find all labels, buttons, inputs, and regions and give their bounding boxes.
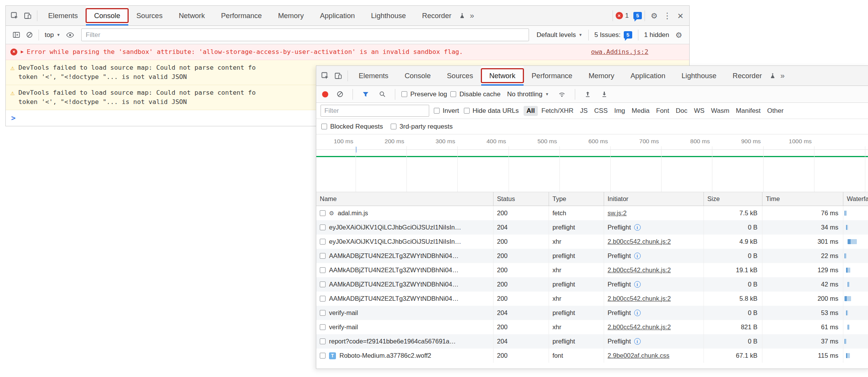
tab-recorder[interactable]: Recorder (414, 6, 460, 25)
settings-gear-icon[interactable]: ⚙ (648, 9, 661, 23)
preflight-info-icon[interactable]: i (634, 253, 641, 259)
blocked-requests-checkbox[interactable] (321, 124, 327, 129)
more-tabs-button[interactable]: » (465, 11, 479, 20)
column-header-waterfall[interactable]: Waterfall (843, 192, 868, 206)
tab-performance[interactable]: Performance (213, 6, 270, 25)
column-header-initiator[interactable]: Initiator (604, 192, 704, 206)
tab-memory[interactable]: Memory (270, 6, 312, 25)
table-row[interactable]: report?code=f29141bbe6e1964ca567691a…204… (316, 334, 868, 349)
hide-data-urls-checkbox[interactable] (464, 108, 470, 114)
console-sidebar-icon[interactable] (10, 28, 23, 42)
import-har-icon[interactable] (581, 87, 594, 101)
log-levels-dropdown[interactable]: Default levels ▼ (534, 31, 586, 39)
table-row[interactable]: AAMkADBjZTU4N2E2LTg3ZWYtNDBhNi04…200xhr2… (316, 263, 868, 277)
row-checkbox[interactable] (320, 338, 326, 344)
preflight-info-icon[interactable]: i (634, 338, 641, 345)
preserve-log-toggle[interactable]: Preserve log (401, 90, 447, 98)
clear-network-log-icon[interactable] (333, 87, 346, 101)
column-header-time[interactable]: Time (762, 192, 843, 206)
tab-console[interactable]: Console (396, 66, 439, 85)
more-tabs-button[interactable]: » (776, 71, 789, 80)
filter-type-font[interactable]: Font (653, 106, 672, 116)
tab-network[interactable]: Network (171, 6, 213, 25)
inspect-element-icon[interactable] (8, 9, 21, 23)
preserve-log-checkbox[interactable] (401, 91, 407, 97)
filter-type-fetch-xhr[interactable]: Fetch/XHR (538, 106, 576, 116)
filter-type-all[interactable]: All (524, 106, 538, 116)
clear-console-icon[interactable] (23, 28, 36, 42)
live-expression-eye-icon[interactable] (64, 28, 77, 42)
tab-elements[interactable]: Elements (40, 6, 86, 25)
filter-type-other[interactable]: Other (764, 106, 787, 116)
row-checkbox[interactable] (320, 310, 326, 316)
filter-type-manifest[interactable]: Manifest (733, 106, 764, 116)
row-checkbox[interactable] (320, 210, 326, 216)
filter-type-media[interactable]: Media (629, 106, 653, 116)
throttling-dropdown[interactable]: No throttling ▼ (504, 90, 552, 98)
table-row[interactable]: AAMkADBjZTU4N2E2LTg3ZWYtNDBhNi04…200pref… (316, 249, 868, 263)
row-checkbox[interactable] (320, 353, 326, 359)
tab-lighthouse[interactable]: Lighthouse (363, 6, 414, 25)
tab-sources[interactable]: Sources (439, 66, 481, 85)
tab-console[interactable]: Console (86, 6, 128, 25)
issues-counter[interactable]: 5 Issues: 5 (591, 31, 635, 39)
tab-elements[interactable]: Elements (351, 66, 396, 85)
network-filter-input[interactable] (321, 105, 429, 117)
row-checkbox[interactable] (320, 225, 326, 230)
column-header-name[interactable]: Name (316, 192, 494, 206)
network-conditions-icon[interactable] (556, 87, 569, 101)
invert-toggle[interactable]: Invert (434, 107, 459, 115)
preflight-info-icon[interactable]: i (634, 310, 641, 316)
row-checkbox[interactable] (320, 267, 326, 273)
tab-application[interactable]: Application (622, 66, 673, 85)
filter-type-ws[interactable]: WS (691, 106, 707, 116)
network-timeline-overview[interactable]: 100 ms200 ms300 ms400 ms500 ms600 ms700 … (316, 134, 868, 192)
console-settings-gear-icon[interactable]: ⚙ (672, 28, 685, 42)
close-devtools-icon[interactable]: × (674, 9, 687, 23)
row-checkbox[interactable] (320, 324, 326, 330)
initiator-link[interactable]: 2.b00cc542.chunk.js:2 (608, 295, 671, 302)
initiator-link[interactable]: 2.b00cc542.chunk.js:2 (608, 238, 671, 245)
invert-checkbox[interactable] (434, 108, 440, 114)
third-party-requests-checkbox[interactable] (391, 124, 396, 129)
column-header-status[interactable]: Status (494, 192, 549, 206)
row-checkbox[interactable] (320, 281, 326, 287)
filter-type-wasm[interactable]: Wasm (708, 106, 733, 116)
inspect-element-icon[interactable] (319, 69, 332, 83)
issues-bubble-icon[interactable]: 5 (633, 12, 642, 19)
initiator-link[interactable]: sw.js:2 (608, 209, 627, 217)
filter-funnel-icon[interactable] (359, 87, 372, 101)
filter-type-img[interactable]: Img (611, 106, 628, 116)
export-har-icon[interactable] (598, 87, 611, 101)
table-row[interactable]: TRoboto-Medium.a37786c2.woff2200font2.9b… (316, 349, 868, 363)
hide-data-urls-toggle[interactable]: Hide data URLs (464, 107, 519, 115)
tab-sources[interactable]: Sources (128, 6, 171, 25)
row-checkbox[interactable] (320, 253, 326, 259)
console-filter-input[interactable] (81, 28, 529, 41)
filter-type-doc[interactable]: Doc (673, 106, 690, 116)
column-header-size[interactable]: Size (704, 192, 762, 206)
context-selector[interactable]: top ▼ (42, 31, 64, 39)
expand-triangle-icon[interactable]: ▶ (21, 49, 24, 55)
device-toolbar-icon[interactable] (332, 69, 345, 83)
preflight-info-icon[interactable]: i (634, 224, 641, 231)
tab-network[interactable]: Network (481, 66, 524, 85)
initiator-link[interactable]: 2.b00cc542.chunk.js:2 (608, 266, 671, 274)
initiator-link[interactable]: 2.b00cc542.chunk.js:2 (608, 323, 671, 331)
table-row[interactable]: verify-mail200xhr2.b00cc542.chunk.js:282… (316, 320, 868, 334)
disable-cache-toggle[interactable]: Disable cache (450, 90, 500, 98)
record-network-log-icon[interactable] (322, 91, 328, 97)
table-row[interactable]: AAMkADBjZTU4N2E2LTg3ZWYtNDBhNi04…200xhr2… (316, 292, 868, 306)
table-row[interactable]: eyJ0eXAiOiJKV1QiLCJhbGciOiJSUzI1NiIsIn…2… (316, 235, 868, 249)
filter-type-css[interactable]: CSS (591, 106, 611, 116)
error-source-link[interactable]: owa.Addins.js:2 (582, 47, 648, 57)
tab-memory[interactable]: Memory (581, 66, 623, 85)
device-toolbar-icon[interactable] (21, 9, 34, 23)
table-row[interactable]: verify-mail204preflightPreflighti0 B53 m… (316, 306, 868, 320)
tab-application[interactable]: Application (312, 6, 363, 25)
row-checkbox[interactable] (320, 296, 326, 302)
search-icon[interactable] (376, 87, 389, 101)
column-header-type[interactable]: Type (549, 192, 604, 206)
table-row[interactable]: eyJ0eXAiOiJKV1QiLCJhbGciOiJSUzI1NiIsIn…2… (316, 220, 868, 235)
row-checkbox[interactable] (320, 239, 326, 245)
